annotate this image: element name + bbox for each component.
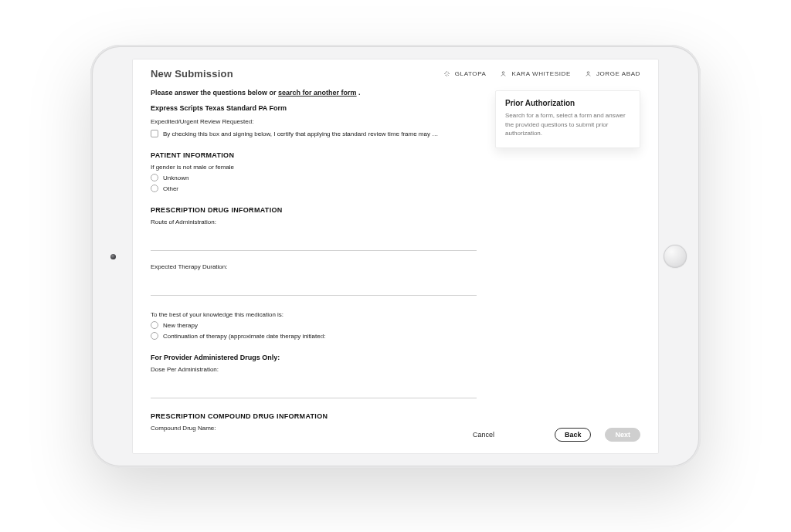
next-button[interactable]: Next xyxy=(605,428,640,442)
page-title: New Submission xyxy=(151,68,233,80)
intro-line: Please answer the questions below or sea… xyxy=(151,89,477,97)
header-chip-label: KARA WHITESIDE xyxy=(511,70,570,77)
side-card-text: Search for a form, select a form and ans… xyxy=(505,111,630,138)
svg-point-0 xyxy=(503,72,505,74)
section-patient-info: PATIENT INFORMATION xyxy=(151,151,477,159)
tablet-camera xyxy=(110,254,116,259)
dose-label: Dose Per Administration: xyxy=(151,366,477,373)
svg-point-1 xyxy=(587,72,589,74)
gender-option-unknown[interactable]: Unknown xyxy=(151,174,477,181)
medication-is-option-new[interactable]: New therapy xyxy=(151,321,477,329)
search-another-form-link[interactable]: search for another form xyxy=(278,89,357,97)
header-chip-label: GLATOPA xyxy=(455,70,487,77)
footer-actions: Cancel Back Next xyxy=(132,418,659,454)
option-label: Other xyxy=(163,185,178,192)
gender-option-other[interactable]: Other xyxy=(151,185,477,192)
option-label: Unknown xyxy=(163,175,188,181)
header-chip-provider[interactable]: JORGE ABAD xyxy=(585,70,640,77)
header-chip-label: JORGE ABAD xyxy=(596,70,640,77)
route-label: Route of Administration: xyxy=(151,219,477,225)
side-card-title: Prior Authorization xyxy=(505,99,630,107)
form-title: Express Scripts Texas Standard PA Form xyxy=(151,104,477,112)
header-chips: GLATOPA KARA WHITESIDE xyxy=(443,70,640,77)
back-button[interactable]: Back xyxy=(555,428,592,442)
prior-authorization-card: Prior Authorization Search for a form, s… xyxy=(495,90,640,148)
intro-prefix: Please answer the questions below or xyxy=(151,89,278,97)
radio-input[interactable] xyxy=(151,332,158,340)
tablet-home-button[interactable] xyxy=(664,245,687,268)
header-chip-drug[interactable]: GLATOPA xyxy=(443,70,487,77)
radio-input[interactable] xyxy=(151,185,158,192)
tablet-device: New Submission GLATOPA xyxy=(90,45,701,468)
radio-input[interactable] xyxy=(151,321,158,329)
header-chip-member[interactable]: KARA WHITESIDE xyxy=(500,70,570,77)
medication-is-label: To the best of your knowledge this medic… xyxy=(151,311,477,318)
form-area: Please answer the questions below or sea… xyxy=(151,84,477,418)
app-header: New Submission GLATOPA xyxy=(132,59,659,80)
duration-label: Expected Therapy Duration: xyxy=(151,263,477,270)
provider-admin-heading: For Provider Administered Drugs Only: xyxy=(151,354,477,361)
medication-is-options: New therapy Continuation of therapy (app… xyxy=(151,321,477,340)
expedited-checkbox[interactable] xyxy=(151,130,158,137)
cancel-link[interactable]: Cancel xyxy=(473,431,494,439)
intro-suffix: . xyxy=(357,89,361,97)
expedited-checkbox-row[interactable]: By checking this box and signing below, … xyxy=(151,130,477,137)
section-rx-info: PRESCRIPTION DRUG INFORMATION xyxy=(151,206,477,214)
duration-input[interactable] xyxy=(151,287,477,296)
gender-options: Unknown Other xyxy=(151,174,477,192)
option-label: New therapy xyxy=(163,322,198,329)
dose-input[interactable] xyxy=(151,390,477,398)
user-icon xyxy=(500,70,507,77)
option-label: Continuation of therapy (approximate dat… xyxy=(163,333,325,340)
route-input[interactable] xyxy=(151,242,477,251)
sparkle-icon xyxy=(443,70,450,77)
gender-question-label: If gender is not male or female xyxy=(151,164,477,171)
expedited-label: Expedited/Urgent Review Requested: xyxy=(151,118,477,125)
radio-input[interactable] xyxy=(151,174,158,181)
expedited-checkbox-text: By checking this box and signing below, … xyxy=(163,130,441,137)
user-icon xyxy=(585,70,592,77)
medication-is-option-continuation[interactable]: Continuation of therapy (approximate dat… xyxy=(151,332,477,340)
app-screen: New Submission GLATOPA xyxy=(132,59,659,454)
